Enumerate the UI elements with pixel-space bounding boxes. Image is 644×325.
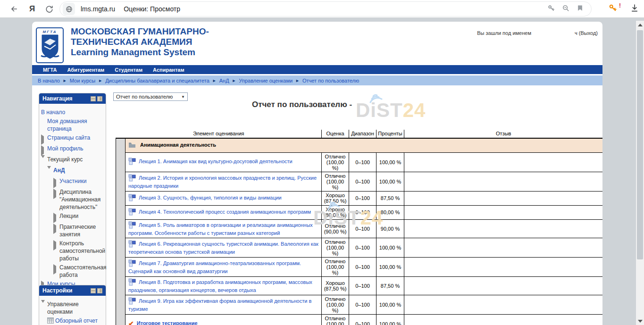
top-navbar: МГТААбитуриентамСтудентамАспирантам	[32, 65, 602, 74]
item-link[interactable]: Лекция 2. История и хронология массовых …	[128, 175, 317, 189]
tree-expanded-icon[interactable]	[41, 300, 47, 316]
navigation-label: Лекции	[59, 212, 78, 222]
scrollbar-thumb[interactable]	[637, 30, 643, 259]
download-icon[interactable]	[630, 3, 639, 15]
item-link[interactable]: Лекция 9. Игра как эффективная форма ани…	[128, 298, 311, 312]
tree-collapsed-icon[interactable]	[41, 145, 47, 154]
category-row: Анимационная деятельность	[116, 138, 603, 152]
tree-collapsed-icon[interactable]	[41, 134, 47, 143]
feedback-cell	[404, 205, 602, 219]
dock-block-icon[interactable]	[97, 288, 102, 293]
settings-block-header: Настройки —	[39, 285, 106, 296]
logout-link[interactable]: ч (Выход)	[575, 30, 598, 36]
lesson-icon	[128, 278, 136, 287]
grade-cell: Хорошо(80,00 %)	[322, 205, 349, 219]
yandex-logo-icon[interactable]: Я	[26, 3, 38, 15]
navbar-item-аспирантам[interactable]: Аспирантам	[148, 67, 189, 73]
dock-block-icon[interactable]	[97, 96, 102, 101]
bullet-square-icon[interactable]	[41, 117, 47, 133]
collapse-block-icon[interactable]: —	[91, 288, 96, 293]
back-icon[interactable]	[8, 3, 20, 15]
indent-cell	[116, 314, 125, 325]
url-text[interactable]: lms.mgta.ru	[81, 5, 115, 13]
breadcrumb-link[interactable]: Мои курсы	[70, 78, 95, 83]
settings-label: Управление оценками	[47, 300, 104, 316]
range-cell: 0–100	[349, 152, 376, 172]
logo-text: МГТА	[37, 30, 63, 34]
breadcrumb-link[interactable]: АнД	[219, 78, 229, 83]
feedback-cell	[404, 219, 602, 238]
feedback-cell	[404, 191, 602, 205]
item-link[interactable]: Лекция 1. Анимация как вид культурно-дос…	[139, 158, 293, 164]
browser-chrome: Я lms.mgta.ru Оценки: Просмотр !	[0, 0, 644, 18]
folder-icon	[128, 142, 136, 149]
navbar-item-абитуриентам[interactable]: Абитуриентам	[62, 67, 109, 73]
item-link[interactable]: Лекция 5. Роль аниматоров в организации …	[128, 222, 313, 236]
feedback-cell	[404, 257, 602, 276]
item-name-cell: Лекция 8. Подготовка и разработка анимац…	[125, 276, 322, 295]
tree-collapsed-icon[interactable]	[53, 264, 59, 279]
navigation-label[interactable]: Моя домашняя страница	[47, 117, 104, 133]
navigation-label[interactable]: АнД	[53, 167, 65, 176]
tree-expanded-icon[interactable]	[41, 156, 47, 165]
navigation-block-header: Навигация —	[39, 93, 106, 104]
navbar-item-студентам[interactable]: Студентам	[109, 67, 148, 73]
navigation-label[interactable]: Страницы сайта	[47, 134, 90, 143]
lesson-icon	[128, 221, 136, 230]
navigation-label: Дисциплина "Анимационная деятельность"	[59, 188, 104, 211]
tree-expanded-icon[interactable]	[47, 167, 53, 176]
breadcrumb-link[interactable]: Отчет по пользователю	[302, 78, 359, 83]
main-region: Отчет по пользователю ▼ Отчет по пользов…	[113, 90, 602, 325]
report-icon	[47, 317, 55, 325]
scroll-up-icon[interactable]	[636, 21, 644, 29]
tree-collapsed-icon[interactable]	[53, 177, 59, 187]
mgta-logo: МГТА	[36, 27, 64, 63]
tree-collapsed-icon[interactable]	[53, 212, 59, 222]
indent-cell	[116, 219, 125, 238]
navigation-item: Текущий курс	[41, 156, 104, 165]
navigation-item: Контроль самостоятельной работы	[41, 240, 104, 262]
settings-label[interactable]: Обзорный отчет	[55, 317, 98, 325]
item-link[interactable]: Лекция 8. Подготовка и разработка анимац…	[128, 279, 312, 293]
breadcrumb-separator-icon: ►	[98, 78, 102, 83]
password-alert-icon[interactable]: !	[608, 3, 618, 15]
vertical-scrollbar[interactable]	[636, 21, 644, 325]
tree-collapsed-icon[interactable]	[53, 240, 59, 262]
grade-cell: Отлично(100,00 %)	[322, 238, 349, 257]
navigation-label[interactable]: Мой профиль	[47, 145, 84, 154]
item-link[interactable]: Итоговое тестирование	[137, 320, 198, 325]
item-name-cell: Лекция 3. Сущность, функция, типология и…	[125, 191, 322, 205]
item-link[interactable]: Лекция 4. Технологический процесс создан…	[139, 209, 311, 215]
item-link[interactable]: Лекция 6. Рекреационная сущность туристс…	[128, 241, 318, 255]
item-link[interactable]: Лекция 7. Драматургия анимационно-театра…	[128, 260, 301, 274]
login-info: Вы зашли под именемч (Выход)	[477, 30, 598, 36]
grade-cell: Отлично(100,00 %)	[322, 172, 349, 191]
breadcrumb-link[interactable]: В начало	[38, 78, 60, 83]
search-zoom-icon[interactable]	[562, 4, 570, 14]
range-cell: 0–100	[349, 257, 376, 276]
lesson-icon	[128, 259, 136, 268]
col-header-item: Элемент оценивания	[116, 130, 322, 138]
address-bar[interactable]: lms.mgta.ru Оценки: Просмотр	[59, 1, 592, 17]
refresh-icon[interactable]	[43, 3, 55, 15]
item-link[interactable]: Лекция 3. Сущность, функция, типология и…	[139, 195, 282, 200]
navigation-label[interactable]: В начало	[41, 108, 65, 116]
grade-cell: Отлично(90,00 %)	[322, 219, 349, 238]
navigation-label[interactable]: Участники	[59, 177, 86, 187]
breadcrumb-separator-icon: ►	[232, 78, 236, 83]
navbar-item-мгта[interactable]: МГТА	[38, 67, 62, 73]
feedback-cell	[404, 172, 602, 191]
settings-block-title: Настройки	[42, 287, 72, 294]
tree-collapsed-icon[interactable]	[53, 188, 59, 211]
tree-collapsed-icon[interactable]	[53, 223, 59, 238]
key-icon[interactable]	[547, 4, 555, 14]
collapse-block-icon[interactable]: —	[91, 96, 96, 101]
settings-tree: Управление оценкамиОбзорный отчетОтчет п…	[39, 296, 106, 325]
breadcrumb-link[interactable]: Дисциплины бакалавриата и специалитета	[105, 78, 209, 83]
scroll-down-icon[interactable]	[636, 317, 644, 325]
bookmark-icon[interactable]	[577, 4, 584, 14]
page-title-text: Оценки: Просмотр	[124, 5, 180, 13]
grade-item-row: Лекция 1. Анимация как вид культурно-дос…	[116, 152, 603, 172]
breadcrumb-link[interactable]: Управление оценками	[239, 78, 293, 83]
range-cell: 0–100	[349, 238, 376, 257]
